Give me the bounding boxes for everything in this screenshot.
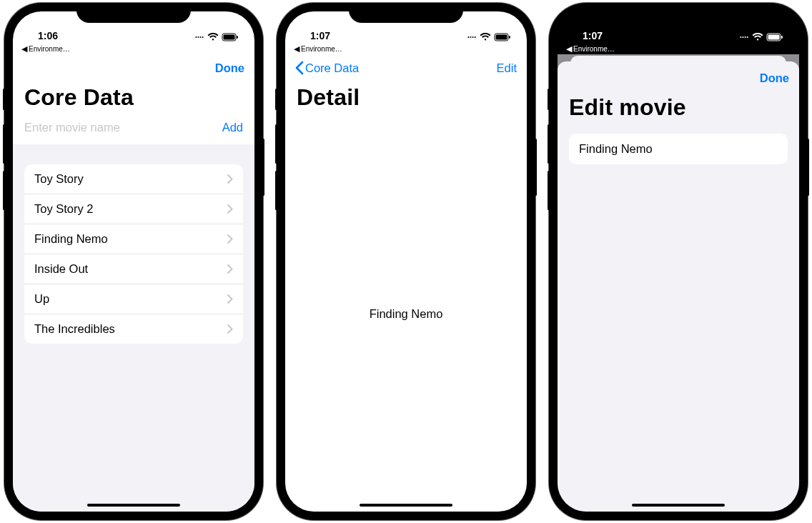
volume-down-button	[275, 171, 277, 210]
svg-rect-12	[496, 35, 508, 40]
svg-point-16	[745, 36, 746, 38]
movie-title-label: Finding Nemo	[370, 307, 443, 321]
done-button[interactable]: Done	[215, 61, 244, 75]
movies-section: Toy Story Toy Story 2 Finding Nemo Insid…	[13, 144, 254, 512]
nav-bar: Done	[13, 54, 254, 81]
home-indicator[interactable]	[87, 504, 180, 507]
list-item[interactable]: The Incredibles	[24, 314, 243, 344]
list-item-label: Finding Nemo	[34, 232, 108, 246]
wifi-icon	[480, 33, 491, 41]
notch	[76, 3, 191, 23]
clock: 1:06	[29, 30, 67, 41]
list-item[interactable]: Toy Story 2	[24, 194, 243, 224]
add-movie-row: Enter movie name Add	[13, 116, 254, 144]
svg-point-15	[742, 36, 743, 38]
movie-name-field[interactable]: Finding Nemo	[569, 134, 788, 164]
breadcrumb[interactable]: ◀︎ Environme…	[285, 43, 527, 54]
done-button-label: Done	[215, 61, 244, 74]
screen-detail: 1:07 ◀︎ Environme… Core Data Edit Detail…	[285, 11, 527, 512]
svg-point-7	[467, 36, 469, 38]
wifi-icon	[207, 33, 219, 41]
page-title: Core Data	[13, 81, 254, 116]
battery-icon	[494, 33, 511, 41]
status-indicators	[194, 33, 239, 41]
chevron-right-icon	[227, 204, 233, 214]
mute-switch	[3, 89, 5, 110]
svg-rect-5	[224, 35, 235, 40]
edit-button-label: Edit	[497, 61, 517, 74]
mute-switch	[275, 89, 277, 110]
breadcrumb-app-label: Environme…	[29, 45, 70, 53]
volume-down-button	[548, 171, 550, 210]
clock: 1:07	[301, 30, 340, 41]
list-item-label: Inside Out	[34, 262, 88, 276]
status-indicators	[739, 33, 783, 41]
power-button	[262, 139, 264, 196]
chevron-right-icon	[227, 324, 233, 334]
page-title: Edit movie	[558, 94, 799, 128]
breadcrumb-app-label: Environme…	[573, 45, 615, 53]
list-item[interactable]: Finding Nemo	[24, 224, 243, 254]
power-button	[807, 139, 809, 196]
svg-point-1	[197, 36, 199, 38]
svg-point-3	[202, 36, 204, 38]
volume-down-button	[3, 171, 5, 210]
sheet-backdrop: Done Edit movie Finding Nemo	[558, 54, 799, 512]
done-button[interactable]: Done	[760, 71, 789, 85]
breadcrumb[interactable]: ◀︎ Environme…	[13, 43, 254, 54]
breadcrumb-back-icon: ◀︎	[21, 44, 27, 54]
nav-bar: Core Data Edit	[285, 54, 527, 81]
back-button-label: Core Data	[305, 61, 359, 75]
list-item[interactable]: Up	[24, 284, 243, 314]
chevron-left-icon	[295, 61, 304, 75]
svg-point-14	[740, 36, 741, 38]
list-item[interactable]: Inside Out	[24, 254, 243, 284]
back-button[interactable]: Core Data	[295, 61, 359, 75]
list-item-label: Toy Story	[34, 172, 84, 186]
screen-list: 1:06 ◀︎ Environme… Done Core	[13, 11, 254, 512]
ellipsis-icon	[467, 34, 477, 41]
svg-rect-13	[509, 36, 510, 39]
page-title: Detail	[285, 81, 527, 116]
modal-sheet: Done Edit movie Finding Nemo	[558, 61, 799, 512]
list-item-label: Toy Story 2	[34, 202, 94, 216]
breadcrumb-app-label: Environme…	[301, 45, 342, 53]
ellipsis-icon	[194, 34, 204, 41]
ellipsis-icon	[739, 34, 749, 41]
phone-edit-sheet: 1:07 ◀︎ Environme… Done Edit movie	[549, 3, 808, 520]
movies-list: Toy Story Toy Story 2 Finding Nemo Insid…	[24, 164, 243, 344]
notch	[349, 3, 463, 23]
status-indicators	[467, 33, 511, 41]
add-button[interactable]: Add	[222, 121, 243, 134]
volume-up-button	[275, 124, 277, 164]
detail-content: Finding Nemo	[285, 116, 527, 512]
svg-point-2	[200, 36, 202, 38]
screen-edit: 1:07 ◀︎ Environme… Done Edit movie	[558, 11, 799, 512]
phone-list: 1:06 ◀︎ Environme… Done Core	[4, 3, 263, 520]
edit-button[interactable]: Edit	[497, 61, 517, 75]
done-button-label: Done	[760, 71, 789, 84]
battery-icon	[766, 33, 783, 41]
volume-up-button	[548, 124, 550, 164]
wifi-icon	[752, 33, 763, 41]
svg-rect-19	[768, 35, 780, 40]
nav-bar: Done	[558, 61, 799, 94]
svg-rect-20	[781, 36, 783, 39]
list-item-label: The Incredibles	[34, 322, 115, 336]
movie-name-field-value: Finding Nemo	[579, 142, 653, 155]
chevron-right-icon	[227, 294, 233, 304]
svg-point-8	[470, 36, 471, 38]
phone-detail: 1:07 ◀︎ Environme… Core Data Edit Detail…	[277, 3, 535, 520]
movie-name-input[interactable]: Enter movie name	[24, 121, 120, 134]
breadcrumb[interactable]: ◀︎ Environme…	[558, 43, 799, 54]
clock: 1:07	[573, 30, 612, 41]
breadcrumb-back-icon: ◀︎	[566, 44, 572, 54]
mute-switch	[548, 89, 550, 110]
home-indicator[interactable]	[632, 504, 725, 507]
home-indicator[interactable]	[360, 504, 452, 507]
svg-point-0	[195, 36, 197, 38]
svg-rect-6	[237, 36, 238, 39]
list-item[interactable]: Toy Story	[24, 164, 243, 194]
breadcrumb-back-icon: ◀︎	[294, 44, 299, 54]
battery-icon	[222, 33, 239, 41]
